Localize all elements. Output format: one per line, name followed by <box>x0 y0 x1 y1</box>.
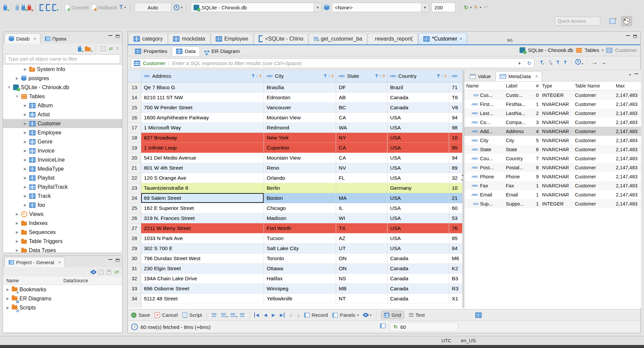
metadata-row[interactable]: 123Cus... Custo... 0 INTEGER Customer 2,… <box>464 91 641 100</box>
cell-country[interactable]: Canada <box>387 103 449 113</box>
filter-history-arrow[interactable]: ▼ <box>518 61 522 65</box>
cell-state[interactable]: WI <box>336 213 387 223</box>
cell-state[interactable]: ON <box>336 253 387 264</box>
expander-icon[interactable]: ▶ <box>23 131 27 134</box>
metadata-row[interactable]: 123Sup... Suppo... 1 INTEGER Customer 2,… <box>464 199 641 208</box>
cell-postalcode[interactable]: 95 <box>449 143 462 153</box>
cell-postalcode[interactable]: M6 <box>449 253 462 264</box>
cell-city[interactable]: Berlin <box>264 183 336 193</box>
filter-icon[interactable] <box>324 74 327 78</box>
grid-corner[interactable] <box>128 70 141 82</box>
panels-button[interactable]: Panels▾ <box>332 312 359 318</box>
column-type[interactable]: Type <box>539 83 572 89</box>
filter-icon[interactable] <box>375 74 378 78</box>
minimize-icon[interactable] <box>626 35 630 37</box>
close-icon[interactable]: × <box>460 36 462 41</box>
cell-country[interactable]: USA <box>387 153 449 163</box>
expander-icon[interactable]: ▶ <box>6 297 10 300</box>
row-number[interactable]: 24 <box>128 193 141 203</box>
tree-item[interactable]: ▶ Data Types <box>3 246 122 252</box>
new-sql-editor-icon[interactable]: + <box>52 4 56 11</box>
expander-icon[interactable]: ▶ <box>23 185 27 189</box>
disconnect-icon[interactable]: × <box>28 6 31 10</box>
tab-overflow-button[interactable]: »5 <box>507 34 513 44</box>
cell-city[interactable]: Chicago <box>264 203 336 213</box>
script-button[interactable]: Script <box>182 312 202 318</box>
tree-item[interactable]: ▶ Genre <box>3 137 122 146</box>
metadata-row[interactable]: ABCPost... Postal... 8 NVARCHAR Customer… <box>464 163 641 172</box>
cell-state[interactable]: CA <box>336 113 387 123</box>
cell-country[interactable]: USA <box>387 243 449 253</box>
cell-state[interactable]: WA <box>336 123 387 133</box>
metadata-row[interactable]: ABCCou... Country 7 NVARCHAR Customer 2,… <box>464 154 641 163</box>
tree-item[interactable]: ▼ Tables <box>3 92 122 101</box>
reconnect-icon[interactable]: ↻ <box>21 6 25 10</box>
cell-country[interactable]: USA <box>387 113 449 123</box>
tab-properties[interactable]: Properties <box>130 46 172 56</box>
connection-combo[interactable]: SQLite - Chinook.db ▼ <box>191 3 322 12</box>
editor-tab[interactable]: category <box>128 33 168 44</box>
breadcrumb-db[interactable]: SQLite - Chinook.db <box>528 47 573 53</box>
view-menu-icon[interactable]: ▽ <box>116 47 119 51</box>
calc-panel-icon[interactable] <box>475 312 482 318</box>
open-sql-editor-icon[interactable]: → <box>46 4 50 11</box>
expander-icon[interactable]: ▶ <box>15 221 19 225</box>
cell-state[interactable] <box>336 183 387 193</box>
expander-icon[interactable]: ▶ <box>23 158 27 162</box>
text-view-button[interactable]: Text <box>409 312 425 318</box>
cell-state[interactable]: NY <box>336 133 387 143</box>
editor-tab[interactable]: *Customer × <box>418 33 467 44</box>
project-item[interactable]: ▶ ★ Bookmarks <box>3 285 122 294</box>
row-number[interactable]: 29 <box>128 243 141 253</box>
edit-row-icon[interactable] <box>212 313 216 317</box>
row-number[interactable]: 26 <box>128 213 141 223</box>
sort-icon[interactable]: ↕ <box>441 74 443 78</box>
sort-icon[interactable]: ↕ <box>328 74 330 78</box>
commit-mode-combo[interactable]: Auto <box>135 3 171 12</box>
add-row-icon[interactable]: + <box>221 313 226 317</box>
cell-city[interactable]: Fort Worth <box>264 223 336 233</box>
cell-address[interactable]: 69 Salem Street <box>141 193 264 203</box>
cell-state[interactable]: FL <box>336 173 387 183</box>
collapse-all-icon[interactable] <box>99 270 103 274</box>
row-number[interactable]: 28 <box>128 233 141 243</box>
cell-country[interactable]: Canada <box>387 284 449 294</box>
row-number[interactable]: 18 <box>128 133 141 143</box>
custom-filter-icon[interactable] <box>564 60 567 66</box>
cell-address[interactable]: 5112 48 Street <box>141 294 264 304</box>
quick-access-input[interactable]: Quick Access <box>555 17 600 25</box>
next-record-button[interactable]: ▶ <box>272 312 275 317</box>
cell-state[interactable]: NT <box>336 294 387 304</box>
perspective-dbeaver-button[interactable] <box>621 16 632 26</box>
tab-data[interactable]: Data <box>172 46 200 56</box>
maximize-icon[interactable] <box>116 35 119 38</box>
sync-button[interactable]: ↻▾ <box>464 4 472 11</box>
sql-filter-input[interactable]: Customer | Enter a SQL expression to fil… <box>131 58 534 68</box>
cell-postalcode[interactable]: 89 <box>449 163 462 173</box>
expander-icon[interactable]: ▼ <box>7 85 11 89</box>
close-icon[interactable]: × <box>535 74 538 79</box>
cell-country[interactable]: USA <box>387 203 449 213</box>
collapse-all-icon[interactable] <box>101 47 105 51</box>
cell-postalcode[interactable]: R3 <box>449 284 462 294</box>
cell-city[interactable]: Brasília <box>264 82 336 93</box>
row-number[interactable]: 27 <box>128 223 141 233</box>
row-number[interactable]: 31 <box>128 264 141 274</box>
remove-filter-icon[interactable]: × <box>548 60 552 66</box>
cell-state[interactable]: AB <box>336 93 387 103</box>
tree-item[interactable]: ▶ Invoice <box>3 146 122 155</box>
tree-item[interactable]: ▶ InvoiceLine <box>3 155 122 164</box>
column-name[interactable]: Name <box>3 278 63 283</box>
tab-project-general[interactable]: Project - General× <box>4 257 65 267</box>
expander-icon[interactable]: ▶ <box>23 122 27 125</box>
cell-country[interactable]: USA <box>387 123 449 133</box>
cancel-button[interactable]: ×Cancel <box>155 312 178 318</box>
record-button[interactable]: Record <box>304 312 328 318</box>
metadata-row[interactable]: ABCCo... Compa... 3 NVARCHAR Customer 2,… <box>464 118 641 127</box>
cell-country[interactable]: Canada <box>387 253 449 264</box>
cell-address[interactable]: 627 Broadway <box>141 133 264 143</box>
compare-button[interactable]: ✎▾ <box>474 4 481 10</box>
cell-postalcode[interactable]: 60 <box>449 203 462 213</box>
metadata-row[interactable]: ABCFax Fax 1 NVARCHAR Customer 2,147,483 <box>464 181 641 190</box>
tree-item[interactable]: ▶ Employee <box>3 128 122 137</box>
